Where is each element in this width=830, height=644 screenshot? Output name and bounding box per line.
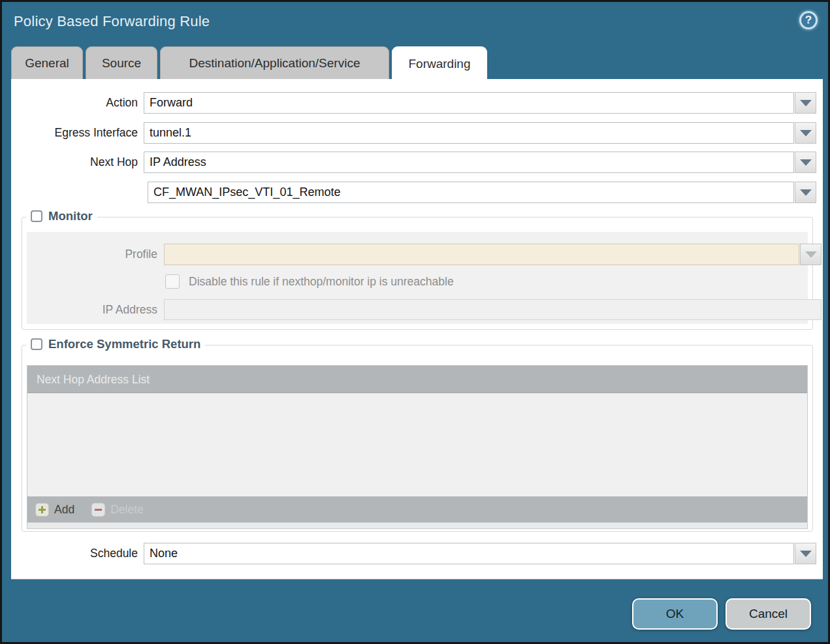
- help-icon[interactable]: ?: [799, 11, 818, 29]
- dialog-title: Policy Based Forwarding Rule: [14, 13, 210, 30]
- monitor-profile-dropdown-button: [800, 244, 822, 265]
- next-hop-address-list-body[interactable]: [27, 393, 807, 496]
- action-dropdown[interactable]: Forward: [144, 92, 816, 114]
- chevron-down-icon: [800, 100, 812, 106]
- tab-forwarding[interactable]: Forwarding: [392, 46, 487, 80]
- egress-interface-dropdown[interactable]: tunnel.1: [144, 122, 816, 144]
- table-toolbar: Add Delete: [27, 496, 807, 523]
- egress-interface-value[interactable]: tunnel.1: [144, 122, 794, 144]
- action-dropdown-button[interactable]: [795, 92, 816, 114]
- monitor-profile-dropdown: [164, 244, 822, 265]
- next-hop-label: Next Hop: [11, 152, 138, 173]
- monitor-legend-label: Monitor: [48, 209, 93, 223]
- chevron-down-icon: [800, 159, 812, 166]
- add-button-label: Add: [54, 503, 74, 517]
- next-hop-type-value[interactable]: IP Address: [144, 152, 794, 173]
- policy-based-forwarding-dialog: Policy Based Forwarding Rule ? General S…: [0, 0, 830, 644]
- next-hop-type-dropdown[interactable]: IP Address: [144, 152, 816, 173]
- enforce-symmetric-return-legend: Enforce Symmetric Return: [26, 337, 205, 351]
- schedule-value[interactable]: None: [144, 543, 794, 564]
- disable-rule-row: Disable this rule if nexthop/monitor ip …: [165, 274, 454, 289]
- monitor-section: Monitor Profile Disable this rule if nex…: [22, 217, 813, 330]
- monitor-profile-value: [164, 244, 799, 265]
- chevron-down-icon: [805, 251, 817, 258]
- enforce-symmetric-return-section: Enforce Symmetric Return Next Hop Addres…: [22, 345, 813, 532]
- next-hop-address-dropdown[interactable]: CF_MWAN_IPsec_VTI_01_Remote: [148, 182, 816, 203]
- delete-button-label: Delete: [110, 503, 144, 517]
- schedule-label: Schedule: [11, 543, 138, 564]
- next-hop-address-list-header[interactable]: Next Hop Address List: [27, 366, 807, 393]
- egress-interface-label: Egress Interface: [11, 122, 138, 144]
- next-hop-type-dropdown-button[interactable]: [795, 152, 816, 173]
- monitor-panel: Profile Disable this rule if nexthop/mon…: [27, 232, 808, 324]
- schedule-dropdown-button[interactable]: [795, 543, 816, 564]
- egress-interface-dropdown-button[interactable]: [795, 122, 816, 144]
- schedule-dropdown[interactable]: None: [144, 543, 816, 564]
- enforce-symmetric-return-checkbox[interactable]: [31, 338, 42, 350]
- tab-panel-forwarding: Action Forward Egress Interface tunnel.1…: [11, 79, 823, 579]
- next-hop-address-dropdown-button[interactable]: [795, 182, 816, 203]
- monitor-legend: Monitor: [26, 209, 97, 223]
- action-label: Action: [11, 92, 138, 114]
- monitor-ip-address-label: IP Address: [27, 299, 157, 321]
- action-value[interactable]: Forward: [144, 92, 794, 114]
- monitor-checkbox[interactable]: [31, 210, 42, 222]
- chevron-down-icon: [800, 551, 812, 557]
- table-pager-strip: [27, 523, 807, 528]
- cancel-button[interactable]: Cancel: [726, 598, 811, 630]
- delete-button[interactable]: Delete: [91, 503, 144, 517]
- enforce-symmetric-return-label: Enforce Symmetric Return: [48, 337, 200, 351]
- disable-rule-checkbox: [165, 274, 180, 289]
- monitor-profile-label: Profile: [27, 244, 157, 265]
- tab-source[interactable]: Source: [86, 46, 157, 79]
- chevron-down-icon: [800, 130, 812, 137]
- next-hop-address-table: Next Hop Address List Add Delete: [27, 365, 808, 529]
- next-hop-address-value[interactable]: CF_MWAN_IPsec_VTI_01_Remote: [148, 182, 794, 203]
- add-button[interactable]: Add: [35, 503, 74, 517]
- monitor-ip-address-input: [164, 299, 822, 320]
- disable-rule-label: Disable this rule if nexthop/monitor ip …: [189, 275, 454, 289]
- tab-destination-application-service[interactable]: Destination/Application/Service: [160, 46, 389, 79]
- ok-button[interactable]: OK: [632, 598, 718, 630]
- add-icon: [35, 503, 49, 517]
- chevron-down-icon: [800, 189, 812, 196]
- delete-icon: [91, 503, 105, 517]
- tab-general[interactable]: General: [11, 46, 83, 79]
- titlebar: Policy Based Forwarding Rule ?: [2, 2, 828, 42]
- tab-bar: General Source Destination/Application/S…: [11, 46, 487, 79]
